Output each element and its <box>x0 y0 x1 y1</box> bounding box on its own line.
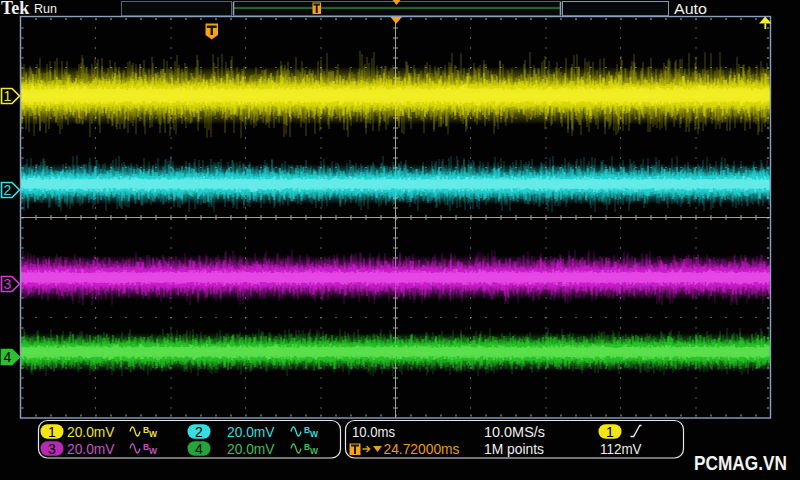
svg-text:112mV: 112mV <box>600 440 642 457</box>
svg-text:10.0MS/s: 10.0MS/s <box>484 423 545 440</box>
svg-text:4: 4 <box>4 349 12 365</box>
svg-text:24.72000ms: 24.72000ms <box>384 440 460 457</box>
svg-text:Tek: Tek <box>1 0 29 18</box>
svg-text:10.0ms: 10.0ms <box>352 423 395 440</box>
svg-text:W: W <box>310 446 319 456</box>
svg-text:20.0mV: 20.0mV <box>67 440 115 457</box>
svg-text:3: 3 <box>4 276 12 292</box>
svg-text:1M points: 1M points <box>484 440 544 457</box>
svg-text:Auto: Auto <box>674 0 707 17</box>
svg-text:W: W <box>149 446 158 456</box>
svg-text:1: 1 <box>606 424 614 440</box>
svg-text:PCMAG.VN: PCMAG.VN <box>694 452 787 474</box>
svg-text:20.0mV: 20.0mV <box>227 423 275 440</box>
svg-text:Run: Run <box>34 2 57 16</box>
svg-text:2: 2 <box>4 182 12 198</box>
svg-text:1: 1 <box>4 88 12 104</box>
svg-text:2: 2 <box>195 424 203 440</box>
svg-text:3: 3 <box>48 441 56 457</box>
svg-text:20.0mV: 20.0mV <box>67 423 115 440</box>
svg-text:1: 1 <box>48 424 56 440</box>
svg-text:20.0mV: 20.0mV <box>227 440 275 457</box>
svg-text:W: W <box>149 429 158 439</box>
svg-text:W: W <box>310 429 319 439</box>
svg-text:4: 4 <box>195 441 203 457</box>
